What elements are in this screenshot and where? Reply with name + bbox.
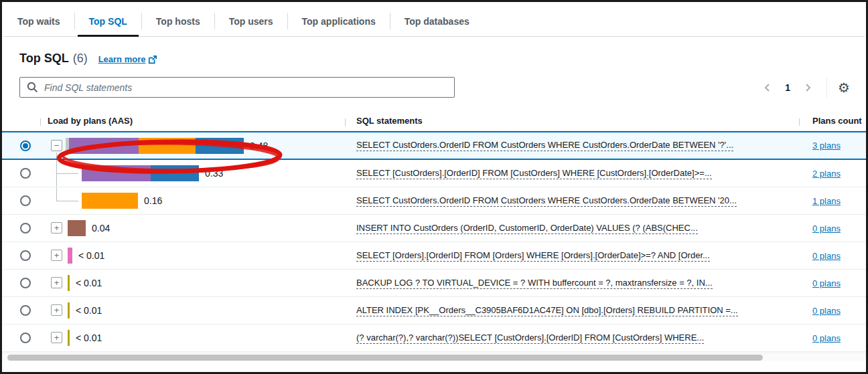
tab-top-hosts[interactable]: Top hosts [142,6,214,36]
plans-column-label: Plans count [812,116,862,126]
row-select-radio[interactable] [20,195,31,206]
expand-toggle[interactable]: + [51,332,62,343]
load-bar-segments [68,248,72,264]
table-row: 0.16 SELECT CustOrders.OrderID FROM Cust… [2,187,866,215]
load-column-label: Load by plans (AAS) [48,116,133,126]
tree-connector-horizontal [56,173,78,174]
sql-statement[interactable]: SELECT [Orders].[OrderID] FROM [Orders] … [356,250,710,262]
plans-link[interactable]: 0 plans [812,251,841,261]
sql-cell: SELECT [Orders].[OrderID] FROM [Orders] … [345,242,799,269]
load-bar: < 0.01 [68,248,104,264]
bar-segment-yellow [68,330,70,346]
load-cell: + < 0.01 [40,242,345,269]
tab-top-waits[interactable]: Top waits [3,6,74,36]
bar-segment-purple [82,165,151,181]
plans-link[interactable]: 0 plans [812,333,841,343]
load-cell: 0.16 [40,187,345,214]
row-select-radio[interactable] [20,168,31,179]
table-row: − 0.48 SELECT CustOrders.OrderID FROM Cu… [2,131,866,160]
bar-segment-orange [139,138,196,154]
expand-toggle[interactable]: + [51,304,62,316]
load-bar-segments [66,138,244,154]
tab-bar: Top waitsTop SQLTop hostsTop usersTop ap… [3,2,865,37]
tree-connector-stub [56,153,57,159]
plans-cell: 0 plans [799,270,866,296]
tab-top-databases[interactable]: Top databases [390,6,484,36]
expand-toggle[interactable]: + [51,250,62,261]
plans-link[interactable]: 1 plans [812,196,841,206]
selection-cell [2,270,40,296]
plans-link[interactable]: 0 plans [812,223,841,233]
sql-statement[interactable]: INSERT INTO CustOrders (OrderID, Custome… [356,223,698,234]
plans-link[interactable]: 2 plans [812,169,841,179]
load-value: 0.16 [144,195,162,206]
sql-statement[interactable]: (? varchar(?),? varchar(?))SELECT [CustO… [356,333,704,344]
row-select-radio[interactable] [20,305,31,316]
toolbar-divider [826,78,827,98]
sql-cell: SELECT CustOrders.OrderID FROM CustOrder… [345,132,799,159]
bar-segment-purple [69,138,139,154]
tab-top-sql[interactable]: Top SQL [75,6,141,36]
external-link-icon [148,55,157,64]
tab-top-applications[interactable]: Top applications [288,6,390,36]
row-select-radio[interactable] [20,333,31,343]
expand-toggle[interactable]: + [51,277,62,288]
previous-page-button[interactable] [760,80,776,96]
expand-toggle[interactable]: − [51,140,62,151]
chevron-right-icon [802,82,813,93]
column-divider [40,118,41,126]
plans-link[interactable]: 0 plans [812,278,841,288]
expand-toggle[interactable]: + [51,222,62,233]
plans-cell: 0 plans [799,242,866,269]
table-header-row: Load by plans (AAS) SQL statements Plans… [2,111,866,131]
horizontal-scrollbar-thumb[interactable] [7,355,763,361]
plans-cell: 0 plans [799,324,866,351]
table-body: − 0.48 SELECT CustOrders.OrderID FROM Cu… [2,131,866,352]
chevron-left-icon [762,82,773,93]
selection-cell [2,297,40,324]
plans-link[interactable]: 3 plans [812,141,841,151]
page-title: Top SQL [19,52,69,66]
sql-statement[interactable]: SELECT CustOrders.OrderID FROM CustOrder… [356,195,737,207]
load-cell: + 0.04 [40,215,345,242]
sql-column-header: SQL statements [345,116,799,126]
load-bar: 0.16 [82,193,162,209]
current-page-number: 1 [780,82,796,93]
bar-segment-brown [68,220,86,236]
sql-statement[interactable]: SELECT [CustOrders].[OrderID] FROM [Cust… [356,168,712,179]
selection-cell [2,160,40,187]
load-value: < 0.01 [78,250,104,261]
load-value: < 0.01 [76,333,102,343]
row-select-radio[interactable] [20,250,31,261]
load-bar-segments [68,330,70,346]
sql-statement[interactable]: BACKUP LOG ? TO VIRTUAL_DEVICE = ? WITH … [356,278,713,289]
plans-link[interactable]: 0 plans [812,306,841,316]
load-bar: < 0.01 [68,330,102,346]
table-row: + < 0.01 (? varchar(?),? varchar(?))SELE… [2,324,866,352]
sql-cell: ALTER INDEX [PK__Orders__C3905BAF6D1AC47… [345,297,799,324]
row-select-radio[interactable] [20,141,31,151]
load-cell: + < 0.01 [40,297,345,324]
table-row: + 0.04 INSERT INTO CustOrders (OrderID, … [2,215,866,242]
plans-cell: 0 plans [799,297,866,324]
learn-more-link[interactable]: Learn more [98,54,158,64]
load-bar: 0.04 [68,220,110,236]
row-select-radio[interactable] [20,223,31,233]
sql-cell: SELECT CustOrders.OrderID FROM CustOrder… [345,187,799,214]
load-cell: 0.33 [40,160,345,187]
load-bar-segments [82,165,199,181]
tree-connector-horizontal [56,201,78,201]
row-select-radio[interactable] [20,278,31,288]
sql-statement[interactable]: ALTER INDEX [PK__Orders__C3905BAF6D1AC47… [356,305,738,316]
result-count: (6) [73,52,88,66]
toolbar: 1 ⚙ [19,77,850,98]
tab-top-users[interactable]: Top users [215,6,287,36]
load-bar: 0.33 [82,165,223,181]
search-input[interactable] [19,77,455,98]
sql-statement[interactable]: SELECT CustOrders.OrderID FROM CustOrder… [356,140,733,151]
next-page-button[interactable] [800,80,816,96]
pagination: 1 ⚙ [760,78,850,98]
load-value: 0.33 [205,168,223,179]
sql-column-label: SQL statements [356,116,423,126]
gear-icon[interactable]: ⚙ [838,81,850,94]
